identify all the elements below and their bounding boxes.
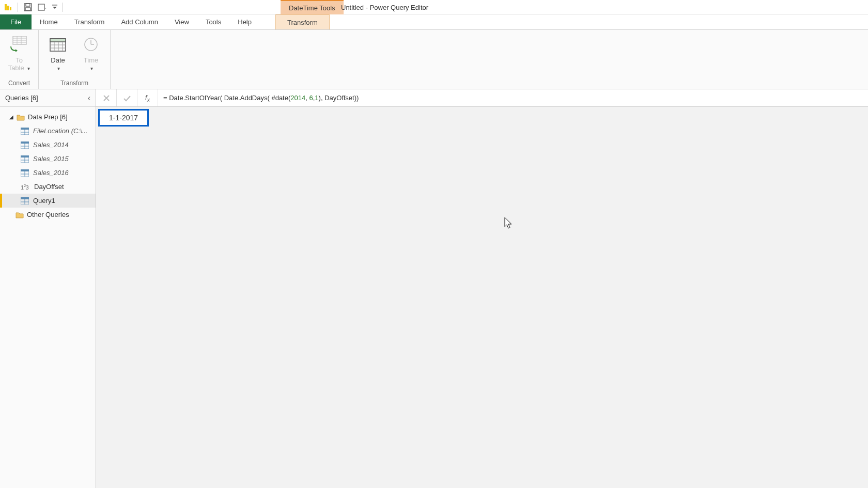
query-item-label: Query1	[33, 197, 55, 204]
to-table-icon	[9, 34, 29, 55]
qat-customize[interactable]	[51, 2, 58, 13]
formula-sep-1: ,	[305, 94, 309, 102]
query-item-sales-2015[interactable]: Sales_2015	[0, 152, 96, 166]
title-bar: DateTime Tools Untitled - Power Query Ed…	[0, 0, 868, 14]
svg-rect-6	[38, 4, 44, 10]
ribbon-group-convert-label: Convert	[8, 78, 30, 88]
svg-rect-2	[10, 7, 11, 10]
contextual-tool-label: DateTime Tools	[281, 0, 344, 14]
svg-rect-4	[26, 4, 30, 6]
query-item-label: Sales_2015	[33, 155, 69, 163]
save-button[interactable]	[22, 2, 34, 13]
queries-pane: Queries [6] ‹ ◢ Data Prep [6] FileLocati…	[0, 89, 96, 488]
ribbon-tabs: File Home Transform Add Column View Tool…	[0, 14, 868, 30]
tab-home[interactable]: Home	[32, 14, 66, 29]
queries-group-label: Data Prep [6]	[28, 113, 68, 121]
chevron-down-icon	[89, 64, 93, 72]
qat-divider	[18, 3, 18, 12]
query-item-dayoffset[interactable]: 123 DayOffset	[0, 180, 96, 194]
queries-header-label: Queries [6]	[5, 94, 38, 102]
app-icon	[2, 2, 13, 13]
query-item-sales-2016[interactable]: Sales_2016	[0, 166, 96, 180]
date-button[interactable]: Date	[44, 32, 72, 72]
ribbon-group-transform-label: Transform	[60, 78, 88, 88]
expand-triangle-icon: ◢	[9, 114, 13, 120]
ribbon-group-transform: Date Time Transform	[39, 30, 111, 89]
svg-rect-15	[50, 39, 66, 42]
table-icon	[21, 141, 29, 149]
svg-rect-0	[5, 4, 7, 10]
mouse-cursor-icon	[504, 217, 514, 229]
time-label: Time	[84, 56, 98, 64]
query-item-filelocation[interactable]: FileLocation (C:\...	[0, 124, 96, 138]
time-button[interactable]: Time	[77, 32, 105, 72]
queries-list: ◢ Data Prep [6] FileLocation (C:\... Sal…	[0, 107, 96, 222]
tab-add-column[interactable]: Add Column	[113, 14, 166, 29]
content-area: fx = Date.StartOfYear( Date.AddDays( #da…	[96, 89, 868, 488]
to-table-button[interactable]: To Table	[5, 32, 33, 72]
tab-transform[interactable]: Transform	[66, 14, 113, 29]
ribbon-body: To Table Convert Date	[0, 30, 868, 89]
query-item-label: FileLocation (C:\...	[33, 127, 88, 135]
query-item-query1[interactable]: Query1	[0, 194, 96, 208]
fx-icon: fx	[145, 93, 150, 103]
main-area: Queries [6] ‹ ◢ Data Prep [6] FileLocati…	[0, 89, 868, 488]
folder-icon	[17, 114, 25, 121]
formula-bar: fx = Date.StartOfYear( Date.AddDays( #da…	[96, 89, 868, 107]
ribbon-group-convert: To Table Convert	[0, 30, 39, 89]
table-icon	[21, 128, 29, 135]
table-icon	[21, 197, 29, 204]
number-icon: 123	[21, 183, 30, 191]
folder-icon	[16, 211, 24, 218]
queries-group-label: Other Queries	[27, 211, 69, 218]
result-area: 1-1-2017	[96, 107, 868, 488]
table-icon	[21, 169, 29, 177]
chevron-down-icon	[26, 64, 30, 72]
query-item-label: DayOffset	[34, 183, 64, 191]
query-item-sales-2014[interactable]: Sales_2014	[0, 138, 96, 152]
collapse-chevron-icon[interactable]: ‹	[88, 93, 90, 103]
result-cell[interactable]: 1-1-2017	[98, 109, 149, 127]
confirm-formula-button[interactable]	[117, 89, 137, 106]
document-title: Untitled - Power Query Editor	[341, 0, 428, 14]
tab-view[interactable]: View	[166, 14, 197, 29]
calendar-icon	[48, 34, 68, 55]
to-table-label: To Table	[8, 56, 24, 72]
chevron-down-icon	[56, 64, 60, 72]
fx-button[interactable]: fx	[137, 89, 158, 106]
svg-rect-7	[52, 5, 57, 6]
formula-num-1: 2014	[290, 94, 305, 102]
formula-text-suffix: ), DayOffset))	[319, 94, 359, 102]
tab-file[interactable]: File	[0, 14, 32, 29]
clock-icon	[81, 34, 101, 55]
formula-num-2: 6	[309, 94, 313, 102]
queries-header[interactable]: Queries [6] ‹	[0, 89, 96, 107]
qat-divider-2	[63, 3, 63, 12]
undo-dropdown[interactable]	[37, 2, 48, 13]
query-item-label: Sales_2016	[33, 169, 69, 177]
date-label: Date	[51, 56, 65, 64]
formula-num-3: 1	[315, 94, 318, 102]
tab-help[interactable]: Help	[229, 14, 260, 29]
tab-context-transform[interactable]: Transform	[275, 14, 330, 29]
formula-text-prefix: = Date.StartOfYear( Date.AddDays( #date(	[163, 94, 290, 102]
svg-rect-5	[25, 8, 30, 10]
formula-input[interactable]: = Date.StartOfYear( Date.AddDays( #date(…	[158, 94, 868, 102]
svg-rect-1	[7, 6, 9, 10]
tab-tools[interactable]: Tools	[197, 14, 229, 29]
cancel-formula-button[interactable]	[96, 89, 117, 106]
query-item-label: Sales_2014	[33, 141, 69, 149]
queries-group-data-prep[interactable]: ◢ Data Prep [6]	[0, 110, 96, 124]
queries-group-other[interactable]: Other Queries	[0, 208, 96, 222]
table-icon	[21, 155, 29, 163]
quick-access-toolbar	[0, 2, 64, 13]
